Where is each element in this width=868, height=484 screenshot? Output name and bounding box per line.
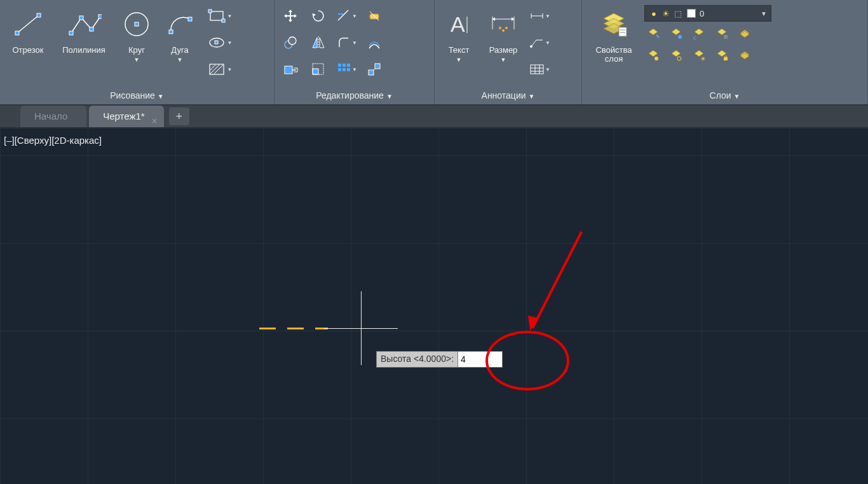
leader-button[interactable]: ▼ (529, 32, 550, 53)
layer-isolate-button[interactable] (713, 25, 731, 42)
svg-rect-37 (375, 64, 380, 69)
rotate-button[interactable] (308, 5, 329, 27)
ellipse-button[interactable]: ▼ (206, 32, 234, 53)
svg-rect-31 (338, 68, 341, 71)
svg-rect-29 (342, 64, 346, 67)
ribbon: Отрезок Полилиния Круг▼ Дуга▼ (0, 0, 868, 106)
layer-properties-label: Свойства слоя (595, 46, 632, 64)
svg-rect-3 (69, 31, 73, 35)
polyline-label: Полилиния (62, 46, 105, 55)
layer-previous-button[interactable] (690, 25, 708, 42)
tab-home[interactable]: Начало (20, 106, 86, 127)
svg-rect-32 (342, 68, 346, 71)
svg-rect-28 (338, 64, 341, 67)
svg-rect-34 (370, 14, 379, 19)
svg-point-62 (677, 57, 681, 60)
linear-dim-button[interactable]: ▼ (529, 5, 550, 27)
layer-off-button[interactable] (644, 47, 662, 64)
svg-line-17 (210, 65, 219, 74)
sun-icon: ☀ (661, 8, 671, 18)
trim-button[interactable]: ▼ (336, 5, 357, 27)
svg-point-44 (499, 27, 501, 29)
annotation-arrow-line (531, 232, 583, 329)
layer-color-swatch (687, 9, 696, 18)
panel-edit-title[interactable]: Редактирование▼ (275, 86, 434, 104)
scale-button[interactable] (308, 59, 329, 80)
new-tab-button[interactable]: + (169, 107, 189, 125)
array-button[interactable]: ▼ (336, 59, 357, 80)
layer-freeze-button[interactable] (736, 25, 754, 42)
drawn-dash (287, 328, 304, 329)
lock-open-icon: ⬚ (673, 8, 683, 18)
dimension-icon (485, 6, 521, 42)
svg-rect-33 (347, 68, 350, 71)
svg-rect-1 (15, 31, 19, 35)
panel-edit: ▼ ▼ ▼ Редактирование▼ (275, 0, 435, 104)
svg-point-61 (654, 57, 658, 60)
offset-button[interactable] (363, 32, 385, 53)
circle-button[interactable]: Круг▼ (117, 4, 156, 64)
polyline-icon (66, 6, 102, 42)
svg-rect-13 (222, 19, 225, 22)
fillet-button[interactable]: ▼ (336, 32, 357, 53)
mirror-button[interactable] (308, 32, 329, 53)
layer-dropdown[interactable]: ● ☀ ⬚ 0 ▼ (644, 5, 771, 22)
layer-lock-button[interactable] (713, 47, 731, 64)
layer-name: 0 (700, 9, 757, 18)
svg-rect-8 (135, 22, 139, 26)
dynamic-input: Высота <4.0000>: (376, 351, 503, 368)
copy-button[interactable] (280, 32, 301, 53)
svg-rect-56 (619, 27, 627, 36)
polyline-button[interactable]: Полилиния (55, 4, 113, 55)
svg-rect-51 (531, 65, 543, 74)
arc-button[interactable]: Дуга▼ (160, 4, 200, 64)
text-icon: A (441, 6, 477, 42)
svg-text:A: A (451, 12, 465, 36)
layer-on-button[interactable] (667, 47, 685, 64)
dimension-label: Размер▼ (489, 46, 518, 64)
svg-rect-11 (210, 11, 223, 20)
viewport-label[interactable]: [–][Сверху][2D-каркас] (4, 135, 102, 146)
bulb-on-icon: ● (649, 8, 659, 18)
erase-button[interactable] (363, 5, 385, 27)
layer-unlock-button[interactable] (736, 47, 754, 64)
drawing-canvas[interactable]: /* grid drawn below via JS-less absolute… (0, 128, 868, 484)
svg-point-50 (530, 45, 532, 48)
move-button[interactable] (280, 5, 301, 27)
table-button[interactable]: ▼ (529, 59, 550, 80)
tab-drawing1[interactable]: Чертеж1* × (89, 106, 163, 127)
line-button[interactable]: Отрезок (5, 4, 51, 55)
svg-rect-15 (215, 41, 218, 44)
svg-rect-22 (285, 66, 292, 74)
svg-rect-5 (90, 27, 93, 31)
annotation-ellipse (485, 331, 569, 391)
svg-line-0 (17, 15, 39, 33)
svg-line-18 (214, 65, 223, 74)
prompt-label: Высота <4.0000>: (376, 351, 458, 368)
svg-line-26 (338, 10, 348, 20)
panel-draw-title[interactable]: Рисование▼ (0, 86, 274, 104)
explode-button[interactable] (363, 59, 385, 80)
rectangle-button[interactable]: ▼ (206, 5, 234, 27)
hatch-button[interactable]: ▼ (206, 59, 234, 80)
svg-rect-2 (37, 13, 41, 17)
crosshair-vertical (361, 291, 362, 365)
line-label: Отрезок (13, 46, 44, 55)
tab-bar: Начало Чертеж1* × + (0, 106, 868, 128)
layer-make-current-button[interactable] (644, 25, 662, 42)
panel-layers-title[interactable]: Слои▼ (582, 86, 867, 104)
svg-rect-10 (188, 17, 192, 21)
layer-properties-button[interactable]: Свойства слоя (587, 4, 641, 64)
svg-point-21 (288, 37, 296, 45)
layer-thaw-button[interactable]: ☀ (690, 47, 708, 64)
dimension-button[interactable]: Размер▼ (482, 4, 525, 64)
svg-rect-24 (313, 69, 318, 74)
stretch-button[interactable] (280, 59, 301, 80)
layer-match-button[interactable] (667, 25, 685, 42)
svg-rect-60 (724, 35, 728, 39)
svg-line-38 (374, 69, 375, 70)
svg-rect-9 (169, 30, 173, 34)
text-button[interactable]: A Текст▼ (440, 4, 478, 64)
arc-label: Дуга▼ (171, 46, 188, 64)
panel-annotation-title[interactable]: Аннотации▼ (435, 86, 581, 104)
